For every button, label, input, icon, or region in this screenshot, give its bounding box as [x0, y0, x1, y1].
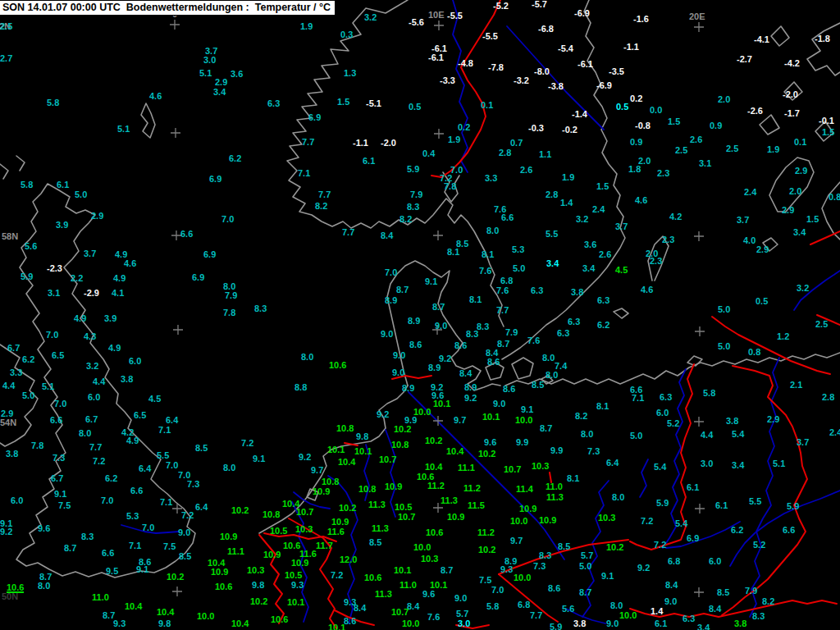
station-temperature: 8.9	[464, 383, 477, 391]
station-temperature: 3.8	[734, 619, 746, 628]
station-temperature: 7.2	[654, 541, 666, 549]
station-temperature: 10.6	[7, 583, 24, 593]
station-temperature: -3.5	[609, 67, 624, 75]
station-temperature: 10.6	[329, 361, 346, 369]
station-temperature: 7.9	[745, 587, 757, 595]
station-temperature: 6.2	[105, 474, 117, 482]
station-temperature: 6.3	[660, 393, 672, 401]
station-temperature: 11.3	[372, 524, 389, 532]
graticule-cross	[694, 22, 704, 32]
station-temperature: 8.4	[381, 231, 393, 240]
station-temperature: 8.8	[294, 383, 307, 391]
station-temperature: -2.9	[84, 289, 99, 297]
station-temperature: 5.0	[718, 342, 730, 350]
graticule-label: 54N	[0, 418, 16, 427]
station-temperature: 7.3	[587, 447, 600, 455]
station-temperature: 10.1	[433, 399, 450, 408]
station-temperature: 6.2	[22, 355, 34, 363]
station-temperature: 3.4	[697, 623, 710, 630]
coastline	[16, 184, 195, 578]
station-temperature: 6.6	[130, 486, 143, 495]
station-temperature: 2.4	[744, 188, 756, 196]
station-temperature: 6.8	[500, 276, 513, 285]
station-temperature: 3.8	[571, 288, 583, 296]
station-temperature: 10.2	[394, 425, 411, 433]
station-temperature: 7.9	[225, 291, 237, 299]
station-temperature: 5.8	[21, 180, 33, 189]
station-temperature: 3.1	[48, 289, 60, 297]
station-temperature: -5.1	[366, 99, 381, 107]
station-temperature: 10.2	[167, 573, 184, 581]
station-temperature: 9.0	[393, 351, 405, 359]
station-temperature: 8.7	[396, 285, 409, 294]
station-temperature: 10.1	[287, 598, 304, 606]
station-temperature: 7.5	[163, 542, 176, 550]
coastline	[822, 182, 840, 240]
station-temperature: -0.1	[819, 116, 834, 125]
station-temperature: -5.4	[558, 44, 573, 52]
station-temperature: 1.1	[539, 150, 551, 158]
station-temperature: 9.0	[454, 594, 467, 602]
river	[640, 459, 648, 497]
station-temperature: 1.5	[596, 182, 609, 190]
station-temperature: 7.8	[223, 308, 235, 317]
station-temperature: 10.8	[358, 485, 376, 493]
station-temperature: 2.9	[91, 212, 103, 220]
station-temperature: 10.4	[208, 559, 225, 567]
station-temperature: 10.0	[510, 517, 527, 525]
station-temperature: 8.3	[466, 330, 478, 338]
station-temperature: 6.6	[501, 213, 514, 221]
station-temperature: 7.7	[530, 611, 542, 619]
station-temperature: 2.9	[215, 78, 227, 86]
station-temperature: 7.0	[385, 268, 397, 276]
station-temperature: -5.7	[532, 0, 547, 8]
station-temperature: 4.4	[93, 377, 105, 386]
river	[750, 358, 779, 617]
station-temperature: 10.5	[395, 503, 412, 511]
coastline	[141, 103, 155, 138]
station-temperature: 10.4	[338, 458, 355, 466]
station-temperature: 2.6	[599, 250, 611, 258]
station-temperature: 2.5	[726, 144, 738, 153]
station-temperature: 5.0	[75, 190, 87, 199]
station-temperature: 8.0	[79, 429, 91, 437]
station-temperature: 1.8	[628, 165, 641, 173]
station-temperature: 4.3	[84, 332, 96, 340]
station-temperature: 10.4	[231, 619, 249, 628]
station-temperature: 4.6	[149, 92, 162, 100]
station-temperature: 8.0	[223, 282, 235, 290]
station-temperature: 7.2	[241, 439, 253, 447]
station-temperature: 7.6	[427, 613, 440, 621]
station-temperature: 10.4	[157, 608, 174, 616]
station-temperature: 8.6	[548, 584, 560, 592]
station-temperature: 6.8	[518, 600, 530, 609]
station-temperature: 1.5	[337, 98, 349, 106]
graticule-cross	[172, 587, 182, 596]
station-temperature: 6.3	[531, 286, 543, 294]
station-temperature: 0.1	[794, 138, 806, 146]
station-temperature: 10.9	[331, 518, 349, 526]
station-temperature: 0.2	[458, 123, 470, 131]
station-temperature: 4.4	[701, 431, 713, 439]
station-temperature: 11.2	[463, 484, 481, 492]
station-temperature: 0.8	[829, 193, 840, 201]
coastline	[16, 156, 25, 171]
station-temperature: 10.9	[220, 532, 237, 541]
station-temperature: 6.9	[308, 113, 321, 121]
station-temperature: 5.5	[546, 230, 558, 238]
graticule-cross	[434, 21, 444, 30]
station-temperature: 3.7	[615, 222, 628, 231]
station-temperature: 10.9	[211, 568, 228, 576]
station-temperature: 10.2	[478, 450, 495, 458]
station-temperature: 10.2	[250, 597, 267, 605]
station-temperature: -6.1	[578, 60, 593, 68]
graticule-cross	[433, 231, 443, 240]
station-temperature: 9.0	[435, 322, 447, 330]
station-temperature: 6.7	[85, 415, 98, 423]
coastline	[807, 23, 840, 75]
graticule-cross	[171, 128, 180, 138]
station-temperature: 11.5	[468, 501, 485, 509]
station-temperature: 1.3	[344, 69, 356, 77]
station-temperature: 3.6	[584, 240, 596, 249]
station-temperature: 0.5	[409, 103, 421, 111]
